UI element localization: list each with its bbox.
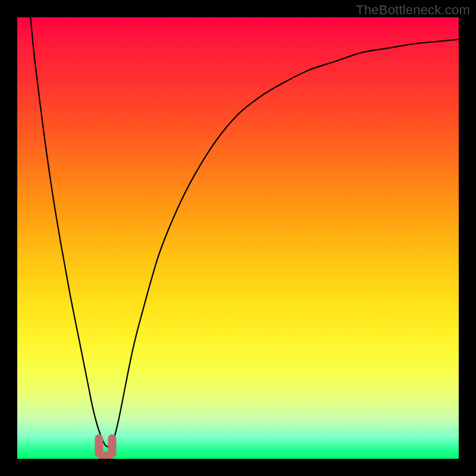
optimal-marker [99,439,112,456]
chart-svg [17,17,459,459]
bottleneck-curve [30,17,459,447]
plot-area [17,17,459,459]
watermark-text: TheBottleneck.com [356,2,470,18]
chart-frame: TheBottleneck.com [0,0,476,476]
